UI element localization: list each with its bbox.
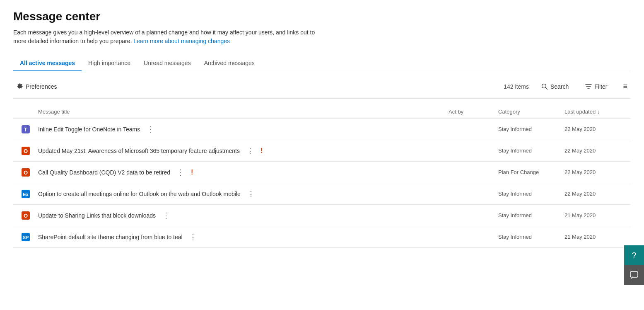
svg-text:T: T	[24, 126, 27, 133]
svg-text:O: O	[24, 170, 28, 176]
help-button[interactable]: ?	[624, 245, 644, 258]
item-count: 142 items	[504, 83, 529, 90]
table-header: Message title Act by Category Last updat…	[13, 105, 631, 119]
row-icon-office-5: O	[13, 211, 38, 220]
tab-all-active[interactable]: All active messages	[13, 56, 82, 71]
gear-icon	[17, 83, 23, 90]
tab-archived[interactable]: Archived messages	[198, 56, 261, 71]
row-more-button-6[interactable]: ⋮	[187, 231, 199, 243]
row-date-5: 21 May 2020	[564, 212, 631, 218]
filter-label: Filter	[594, 83, 607, 90]
row-date-1: 22 May 2020	[564, 126, 631, 132]
filter-icon	[585, 83, 592, 90]
preferences-label: Preferences	[26, 83, 57, 90]
row-icon-exchange-4: Ex	[13, 189, 38, 199]
svg-text:O: O	[24, 148, 28, 154]
search-label: Search	[550, 83, 569, 90]
search-button[interactable]: Search	[537, 81, 573, 92]
row-title-1: Inline Edit Toggle for OneNote in Teams …	[38, 123, 449, 136]
svg-text:O: O	[24, 213, 28, 219]
menu-icon-button[interactable]: ≡	[620, 80, 631, 93]
row-more-button-2[interactable]: ⋮	[244, 145, 256, 157]
page-container: Message center Each message gives you a …	[0, 0, 644, 258]
row-title-2: Updated May 21st: Awareness of Microsoft…	[38, 145, 449, 157]
row-date-3: 22 May 2020	[564, 169, 631, 175]
svg-line-1	[546, 87, 548, 89]
col-header-category: Category	[498, 109, 564, 115]
importance-mark-3: !	[191, 169, 193, 176]
row-category-1: Stay Informed	[498, 126, 564, 132]
row-category-3: Plan For Change	[498, 169, 564, 175]
table-row[interactable]: O Call Quality Dashboard (CQD) V2 data t…	[13, 162, 631, 183]
table-row[interactable]: O Update to Sharing Links that block dow…	[13, 205, 631, 226]
row-category-2: Stay Informed	[498, 148, 564, 154]
table-row[interactable]: T Inline Edit Toggle for OneNote in Team…	[13, 119, 631, 140]
row-date-4: 22 May 2020	[564, 191, 631, 197]
table-row[interactable]: Ex Option to create all meetings online …	[13, 183, 631, 205]
row-more-button-1[interactable]: ⋮	[144, 123, 157, 136]
tab-high-importance[interactable]: High importance	[82, 56, 137, 71]
svg-text:SP: SP	[23, 235, 29, 240]
preferences-button[interactable]: Preferences	[13, 81, 60, 92]
row-icon-office-3: O	[13, 167, 38, 177]
row-category-5: Stay Informed	[498, 212, 564, 218]
table-row[interactable]: SP SharePoint default site theme changin…	[13, 226, 631, 248]
row-more-button-4[interactable]: ⋮	[245, 188, 257, 200]
row-title-5: Update to Sharing Links that block downl…	[38, 209, 449, 222]
help-icon: ?	[632, 251, 636, 258]
search-icon	[541, 83, 548, 90]
col-header-title: Message title	[38, 109, 449, 115]
col-header-lastupdated[interactable]: Last updated ↓	[564, 109, 631, 115]
row-title-3: Call Quality Dashboard (CQD) V2 data to …	[38, 166, 449, 179]
learn-more-link[interactable]: Learn more about managing changes	[133, 38, 230, 44]
row-icon-sharepoint-6: SP	[13, 232, 38, 242]
row-more-button-5[interactable]: ⋮	[160, 209, 172, 222]
floating-buttons: ?	[624, 245, 644, 258]
svg-text:Ex: Ex	[23, 192, 29, 197]
row-title-4: Option to create all meetings online for…	[38, 188, 449, 200]
row-title-6: SharePoint default site theme changing f…	[38, 231, 449, 243]
col-header-actby: Act by	[449, 109, 498, 115]
page-title: Message center	[13, 10, 631, 23]
row-category-4: Stay Informed	[498, 191, 564, 197]
tab-unread[interactable]: Unread messages	[137, 56, 198, 71]
tabs-row: All active messages High importance Unre…	[13, 56, 631, 71]
toolbar-right: 142 items Search Filter ≡	[504, 80, 631, 93]
page-description: Each message gives you a high-level over…	[13, 28, 328, 46]
row-date-2: 22 May 2020	[564, 148, 631, 154]
row-icon-office-2: O	[13, 146, 38, 156]
row-category-6: Stay Informed	[498, 234, 564, 240]
row-icon-teams: T	[13, 124, 38, 134]
toolbar: Preferences 142 items Search Filter ≡	[13, 75, 631, 99]
row-date-6: 21 May 2020	[564, 234, 631, 240]
table-row[interactable]: O Updated May 21st: Awareness of Microso…	[13, 140, 631, 162]
importance-mark-2: !	[260, 147, 263, 155]
row-more-button-3[interactable]: ⋮	[174, 166, 187, 179]
filter-button[interactable]: Filter	[581, 81, 611, 92]
